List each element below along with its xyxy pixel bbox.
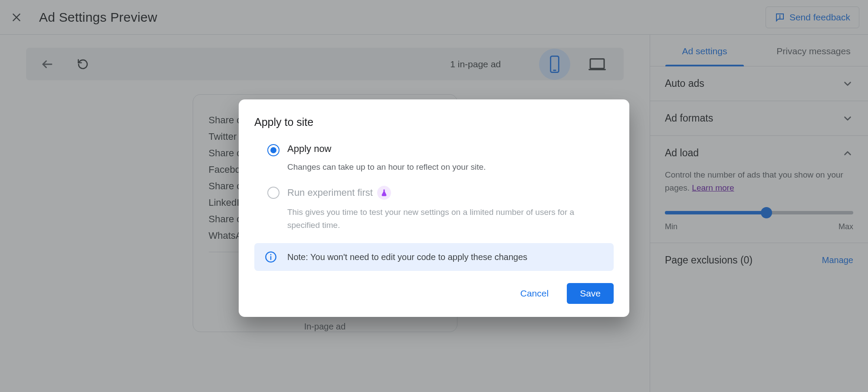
apply-to-site-dialog: Apply to site Apply now Changes can take… — [239, 99, 629, 317]
info-note: Note: You won't need to edit your code t… — [254, 243, 614, 271]
option-description: Changes can take up to an hour to reflec… — [287, 161, 486, 174]
option-apply-now[interactable]: Apply now Changes can take up to an hour… — [254, 141, 614, 183]
option-label: Apply now — [287, 143, 486, 155]
info-icon — [265, 251, 277, 263]
experiment-icon — [377, 186, 391, 200]
option-description: This gives you time to test your new set… — [287, 206, 591, 232]
cancel-button[interactable]: Cancel — [513, 283, 556, 304]
dialog-title: Apply to site — [254, 116, 614, 128]
svg-point-7 — [270, 254, 272, 255]
radio-run-experiment[interactable] — [267, 187, 279, 199]
radio-apply-now[interactable] — [267, 144, 279, 156]
modal-overlay[interactable]: Apply to site Apply now Changes can take… — [0, 0, 868, 392]
option-run-experiment[interactable]: Run experiment first This gives you time… — [254, 183, 614, 241]
option-label: Run experiment first — [287, 186, 591, 200]
note-text: Note: You won't need to edit your code t… — [287, 252, 527, 262]
save-button[interactable]: Save — [567, 283, 614, 304]
